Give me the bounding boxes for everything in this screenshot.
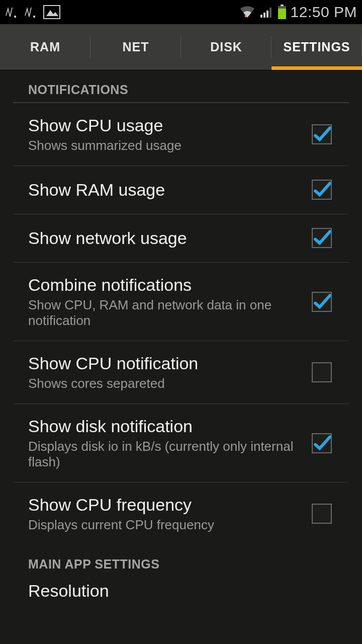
row-show-network-usage[interactable]: Show network usage [13, 214, 349, 263]
tab-ram[interactable]: RAM [0, 24, 90, 70]
svg-point-0 [14, 16, 16, 18]
row-title: Show CPU notification [28, 353, 302, 374]
status-bar: 12:50 PM [0, 0, 362, 24]
row-show-cpu-notification[interactable]: Show CPU notification Shows cores separe… [13, 341, 349, 404]
row-subtitle: Shows cores separeted [28, 376, 302, 391]
wifi-icon [239, 6, 255, 19]
tab-net[interactable]: NET [90, 24, 181, 70]
row-title: Show CPU usage [28, 115, 302, 136]
row-title: Show CPU frequency [28, 495, 302, 515]
battery-icon [278, 5, 287, 20]
status-left [5, 5, 60, 19]
row-subtitle: Displays disk io in kB/s (currently only… [28, 439, 302, 470]
check-icon [313, 124, 331, 145]
check-icon [313, 227, 331, 249]
row-texts: Show CPU notification Shows cores separe… [28, 353, 312, 391]
check-icon [313, 433, 331, 454]
svg-point-1 [33, 16, 35, 18]
svg-rect-9 [281, 5, 284, 6]
row-show-ram-usage[interactable]: Show RAM usage [13, 166, 349, 214]
row-texts: Show network usage [28, 228, 312, 249]
section-header-main-app-settings: MAIN APP SETTINGS [13, 545, 349, 574]
activity-icon-2 [24, 6, 38, 19]
tab-label: SETTINGS [283, 40, 350, 54]
row-title: Show disk notification [28, 416, 302, 437]
checkbox[interactable] [312, 124, 332, 144]
signal-icon [259, 6, 274, 19]
row-texts: Show CPU frequency Displays current CPU … [28, 495, 312, 533]
tab-label: RAM [30, 40, 60, 54]
active-tab-indicator [272, 66, 362, 70]
status-time: 12:50 PM [291, 4, 357, 21]
check-icon [313, 291, 331, 312]
svg-rect-6 [263, 13, 265, 18]
tab-disk[interactable]: DISK [181, 24, 272, 70]
row-texts: Combine notifications Show CPU, RAM and … [28, 275, 312, 329]
row-title: Resolution [28, 581, 324, 601]
svg-rect-8 [269, 8, 272, 18]
row-resolution[interactable]: Resolution [13, 574, 349, 601]
row-texts: Resolution [28, 581, 334, 601]
row-title: Show RAM usage [28, 180, 302, 200]
picture-icon [43, 5, 60, 19]
row-subtitle: Show CPU, RAM and network data in one no… [28, 297, 302, 329]
svg-rect-5 [260, 15, 262, 18]
row-title: Show network usage [28, 228, 302, 249]
tab-label: DISK [210, 40, 242, 54]
row-show-disk-notification[interactable]: Show disk notification Displays disk io … [13, 404, 349, 482]
row-texts: Show disk notification Displays disk io … [28, 416, 312, 470]
row-texts: Show CPU usage Shows summarized usage [28, 115, 312, 153]
row-title: Combine notifications [28, 275, 302, 295]
row-show-cpu-frequency[interactable]: Show CPU frequency Displays current CPU … [13, 482, 349, 545]
svg-rect-7 [266, 11, 268, 18]
settings-content: NOTIFICATIONS Show CPU usage Shows summa… [0, 70, 362, 601]
row-show-cpu-usage[interactable]: Show CPU usage Shows summarized usage [13, 103, 349, 166]
check-icon [313, 179, 331, 200]
checkbox[interactable] [312, 228, 332, 248]
tab-bar: RAM NET DISK SETTINGS [0, 24, 362, 70]
status-right: 12:50 PM [239, 4, 357, 21]
row-subtitle: Shows summarized usage [28, 138, 302, 153]
svg-rect-11 [278, 9, 286, 19]
row-combine-notifications[interactable]: Combine notifications Show CPU, RAM and … [13, 263, 349, 341]
row-texts: Show RAM usage [28, 180, 312, 200]
checkbox[interactable] [312, 504, 332, 524]
section-header-notifications: NOTIFICATIONS [13, 70, 349, 103]
svg-marker-3 [46, 10, 58, 16]
checkbox[interactable] [312, 180, 332, 200]
tab-settings[interactable]: SETTINGS [272, 24, 362, 70]
row-subtitle: Displays current CPU frequency [28, 517, 302, 533]
checkbox[interactable] [312, 433, 332, 453]
checkbox[interactable] [312, 362, 332, 382]
checkbox[interactable] [312, 292, 332, 312]
activity-icon [5, 6, 19, 19]
tab-label: NET [123, 40, 149, 54]
